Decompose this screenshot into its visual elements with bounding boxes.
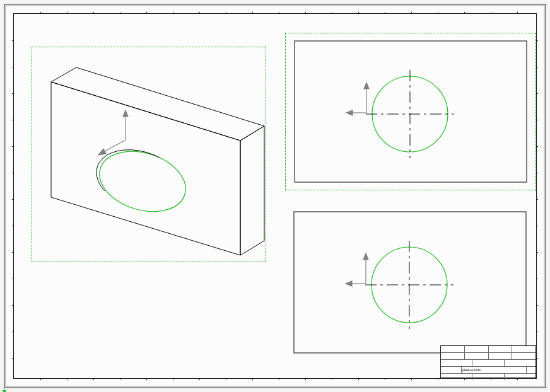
- tb-cell: [527, 367, 535, 373]
- svg-point-7: [92, 142, 193, 222]
- tb-cell: [465, 353, 489, 359]
- view-front-top-svg: [286, 33, 535, 190]
- svg-marker-2: [240, 126, 264, 255]
- tb-cell: [489, 353, 513, 359]
- svg-marker-1: [51, 67, 264, 141]
- title-block[interactable]: plate-w-hole: [440, 345, 536, 378]
- view-front-bottom-svg: [285, 204, 535, 360]
- view-front-top-selection[interactable]: [285, 33, 536, 190]
- tb-cell: [441, 374, 472, 380]
- tb-cell: [441, 360, 472, 366]
- tb-cell: [472, 374, 504, 380]
- tb-cell: [505, 360, 535, 366]
- svg-marker-18: [363, 253, 368, 260]
- svg-rect-16: [294, 212, 526, 353]
- drawing-sheet[interactable]: plate-w-hole ✶: [4, 4, 546, 388]
- tb-cell: [512, 346, 535, 352]
- tb-cell: [465, 346, 489, 352]
- tb-cell: [489, 346, 513, 352]
- svg-line-5: [102, 140, 126, 153]
- tb-cell: [441, 346, 465, 352]
- tb-cell: [472, 360, 504, 366]
- tb-cell: [441, 353, 465, 359]
- svg-marker-12: [346, 110, 353, 115]
- tb-cell: [505, 374, 535, 380]
- tb-title-cell: plate-w-hole: [462, 367, 527, 373]
- view-isometric-svg: [32, 47, 266, 262]
- svg-marker-0: [51, 82, 240, 255]
- drawing-frame: plate-w-hole: [13, 13, 537, 379]
- tb-cell: [441, 367, 462, 373]
- svg-marker-4: [123, 110, 128, 117]
- view-isometric-selection[interactable]: [32, 47, 266, 262]
- svg-marker-10: [364, 83, 369, 89]
- svg-marker-6: [98, 149, 106, 155]
- svg-rect-8: [295, 41, 527, 182]
- svg-marker-20: [346, 281, 352, 286]
- tb-cell: [512, 353, 535, 359]
- view-front-bottom[interactable]: [285, 204, 535, 360]
